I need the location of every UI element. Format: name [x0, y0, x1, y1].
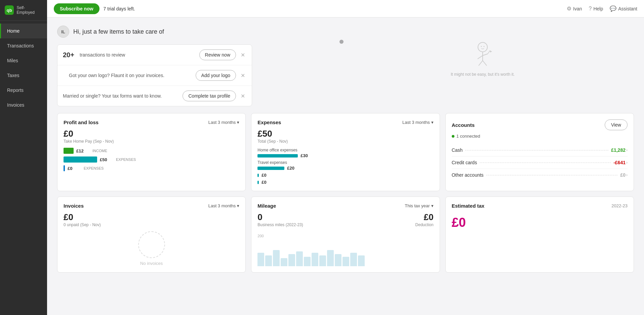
invoices-subtitle: 0 unpaid (Sep - Nov)	[64, 222, 239, 227]
mileage-title: Mileage	[257, 203, 276, 209]
mileage-bar-col-7	[304, 257, 311, 266]
estimated-tax-header: Estimated tax 2022-23	[452, 203, 628, 209]
sidebar-item-home[interactable]: Home	[0, 24, 47, 38]
mileage-bar-13	[350, 253, 357, 266]
account-dashes-credit	[480, 163, 611, 163]
mileage-bar-col-9	[319, 255, 326, 266]
sidebar-item-reports[interactable]: Reports	[0, 83, 47, 98]
mileage-bar-4	[281, 258, 287, 266]
topbar: Subscribe now 7 trial days left. ⚙ Ivan …	[47, 0, 644, 18]
trial-text: 7 trial days left.	[104, 6, 135, 11]
expense-item-3: £0	[257, 173, 433, 178]
assistant-icon: 💬	[610, 5, 616, 12]
widgets-grid: Profit and loss Last 3 months ▾ £0 Take …	[57, 113, 634, 273]
mileage-bar-11	[335, 254, 341, 266]
notif-label-tax: Married or single? Your tax forms want t…	[63, 93, 179, 99]
mileage-bar-1	[257, 253, 264, 266]
add-logo-button[interactable]: Add your logo	[196, 70, 236, 81]
main-area: Subscribe now 7 trial days left. ⚙ Ivan …	[47, 0, 644, 315]
complete-tax-profile-button[interactable]: Complete tax profile	[183, 91, 236, 101]
account-name-cash: Cash	[452, 147, 463, 153]
mileage-bar-2	[265, 255, 272, 266]
pl-bar-expenses: £50 EXPENSES	[64, 156, 239, 163]
tax-bar	[64, 165, 65, 171]
mileage-deduction: £0	[415, 212, 434, 222]
account-dashes-other	[486, 175, 618, 175]
mileage-bar-col-4	[281, 258, 287, 266]
expense-bar-4	[257, 181, 259, 184]
mileage-bar-12	[343, 257, 349, 266]
topbar-right: ⚙ Ivan ? Help 💬 Assistant	[567, 5, 637, 12]
expenses-amount: £50	[257, 129, 433, 139]
account-amount-cash: £1,282	[611, 147, 626, 153]
pl-period-selector[interactable]: Last 3 months ▾	[208, 120, 240, 125]
sidebar-item-transactions[interactable]: Transactions	[0, 38, 47, 53]
review-now-button[interactable]: Review now	[199, 49, 236, 60]
mileage-bar-col-1	[257, 253, 264, 266]
assistant-label: Assistant	[618, 6, 637, 11]
account-name-other: Other accounts	[452, 172, 484, 178]
estimated-tax-year: 2022-23	[611, 203, 628, 208]
notif-count: 20+	[63, 51, 76, 59]
account-dashes-cash	[465, 150, 608, 150]
invoices-widget: Invoices Last 3 months ▾ £0 0 unpaid (Se…	[57, 197, 246, 273]
account-arrow-other: ›	[626, 173, 628, 177]
subscribe-button[interactable]: Subscribe now	[54, 3, 99, 14]
close-notification-1[interactable]: ✕	[239, 72, 246, 79]
accounts-widget: Accounts View 1 connected Cash £1,282 › …	[445, 113, 634, 191]
notif-label-transactions: transactions to review	[80, 52, 196, 58]
expenses-bar	[64, 156, 97, 163]
help-button[interactable]: ? Help	[589, 6, 603, 12]
pl-amount: £0	[64, 129, 239, 139]
chevron-down-icon-invoices: ▾	[237, 203, 239, 208]
mileage-y-label: 200	[257, 234, 433, 238]
mileage-bar-10	[327, 250, 334, 266]
main-content: IL Hi, just a few items to take care of …	[47, 18, 644, 315]
estimated-tax-title: Estimated tax	[452, 203, 485, 209]
close-notification-0[interactable]: ✕	[239, 52, 246, 58]
user-menu[interactable]: ⚙ Ivan	[567, 5, 582, 12]
expense-name-home-office: Home office expenses	[257, 148, 433, 152]
expense-val-4: £0	[261, 180, 266, 185]
tax-label: EXPENSES	[84, 166, 104, 170]
close-notification-2[interactable]: ✕	[239, 93, 246, 99]
expenses-period-selector[interactable]: Last 3 months ▾	[402, 120, 434, 125]
chevron-down-icon: ▾	[237, 120, 239, 125]
no-invoices-text: No invoices	[140, 261, 163, 266]
sidebar-nav: Home Transactions Miles Taxes Reports In…	[0, 24, 47, 112]
mileage-bar-8	[312, 253, 318, 266]
mileage-bar-col-13	[350, 253, 357, 266]
brand-name: Self-Employed	[16, 5, 42, 15]
chevron-down-icon-mileage: ▾	[431, 203, 434, 208]
mileage-bar-col-2	[265, 255, 272, 266]
account-arrow-credit: ›	[626, 160, 628, 165]
sidebar: qb Self-Employed Home Transactions Miles…	[0, 0, 47, 315]
sidebar-item-taxes[interactable]: Taxes	[0, 68, 47, 83]
mileage-bar-col-11	[335, 254, 341, 266]
mileage-bars	[257, 239, 433, 266]
sidebar-item-miles[interactable]: Miles	[0, 53, 47, 68]
mileage-bar-col-3	[273, 250, 280, 266]
expense-bar-row-2: £0	[257, 173, 433, 178]
estimated-tax-widget: Estimated tax 2022-23 £0	[445, 197, 634, 273]
user-name: Ivan	[573, 6, 582, 11]
sidebar-item-invoices[interactable]: Invoices	[0, 98, 47, 112]
qb-logo-icon: qb	[5, 5, 14, 15]
connected-text: 1 connected	[456, 134, 480, 139]
pl-header: Profit and loss Last 3 months ▾	[64, 119, 239, 125]
notification-row-transactions: 20+ transactions to review Review now ✕	[57, 45, 252, 65]
sidebar-logo: qb Self-Employed	[0, 0, 47, 21]
mileage-bar-7	[304, 257, 311, 266]
income-label: INCOME	[92, 149, 111, 153]
expenses-list: Home office expenses £30 Travel expenses…	[257, 148, 433, 185]
invoices-period-selector[interactable]: Last 3 months ▾	[208, 203, 240, 208]
expense-bar-row-1: £20	[257, 166, 433, 171]
accounts-title: Accounts	[452, 122, 475, 128]
expenses-subtitle: Total (Sep - Nov)	[257, 139, 433, 144]
mileage-period-selector[interactable]: This tax year ▾	[405, 203, 433, 208]
mileage-bar-col-14	[358, 255, 365, 266]
assistant-button[interactable]: 💬 Assistant	[610, 5, 637, 12]
account-row-other: Other accounts £0 ›	[452, 169, 628, 181]
view-accounts-button[interactable]: View	[605, 119, 628, 130]
help-icon: ?	[589, 6, 592, 12]
